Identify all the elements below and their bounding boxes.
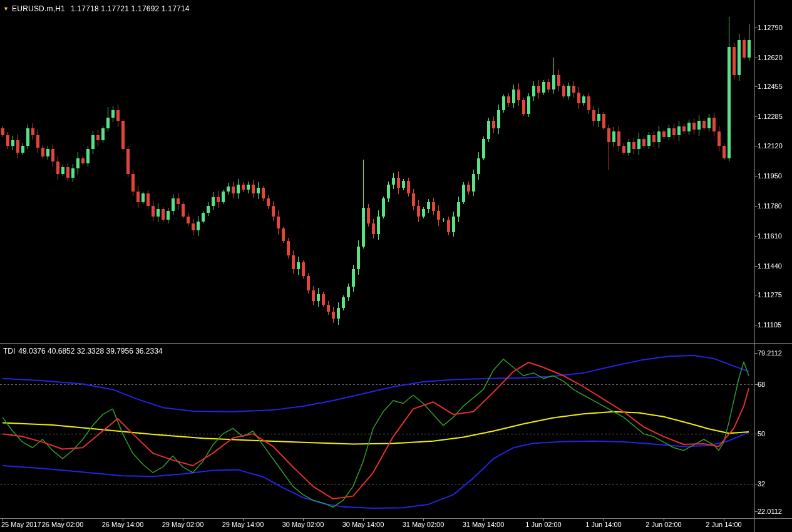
indicator-label: TDI49.0376 40.6852 32.3328 39.7956 36.23… [3,347,163,356]
price-axis-label: 1.12455 [758,83,783,90]
indicator-axis-label: 68 [758,381,765,388]
price-axis-label: 1.12620 [758,54,783,61]
time-axis-label: 26 May 02:00 [42,521,84,528]
price-axis-label: 1.12790 [758,24,783,31]
time-axis-label: 31 May 14:00 [463,521,505,528]
indicator-axis-label: 50 [758,430,765,437]
time-axis-label: 1 Jun 14:00 [585,521,622,528]
price-axis-label: 1.11610 [758,232,782,240]
time-axis-label: 1 Jun 02:00 [525,521,562,528]
price-axis-label: 1.11780 [758,202,782,210]
time-axis-label: 26 May 14:00 [102,521,144,528]
chart-canvas[interactable] [0,0,792,532]
indicator-axis-label: 22.0112 [758,508,782,515]
indicator-axis-label: 32 [758,480,765,488]
time-axis-label: 29 May 14:00 [222,521,264,528]
time-axis-label: 30 May 02:00 [282,521,324,528]
time-axis-label: 29 May 02:00 [162,521,204,528]
mt4-chart-window: ▼EURUSD.m,H11.17718 1.17721 1.17692 1.17… [0,0,792,532]
time-axis-label: 2 Jun 14:00 [706,521,742,528]
time-axis-label: 2 Jun 02:00 [645,521,682,528]
indicator-name: TDI [3,347,15,356]
time-axis-label: 31 May 02:00 [403,521,445,528]
price-axis-label: 1.11950 [758,172,782,180]
chart-title: ▼EURUSD.m,H11.17718 1.17721 1.17692 1.17… [3,4,190,13]
price-axis-label: 1.12120 [758,142,783,150]
price-axis-label: 1.11440 [758,262,782,270]
time-axis-label: 30 May 14:00 [342,521,384,528]
time-axis[interactable]: 25 May 201726 May 02:0026 May 14:0029 Ma… [0,519,792,532]
indicator-values: 49.0376 40.6852 32.3328 39.7956 36.2334 [18,347,162,356]
price-axis-label: 1.11275 [758,291,782,299]
time-axis-label: 25 May 2017 [1,521,41,528]
price-axis-label: 1.11105 [758,321,781,329]
indicator-axis-label: 79.2112 [758,349,782,357]
symbol-dropdown-icon: ▼ [3,6,9,12]
ohlc-quotes: 1.17718 1.17721 1.17692 1.17714 [71,4,190,13]
indicator-axis[interactable]: 79.211268503222.0112 [755,343,792,518]
symbol-timeframe-label: EURUSD.m,H1 [12,4,65,13]
price-axis-label: 1.12285 [758,113,783,120]
price-axis[interactable]: 1.127901.126201.124551.122851.121201.119… [755,0,792,343]
